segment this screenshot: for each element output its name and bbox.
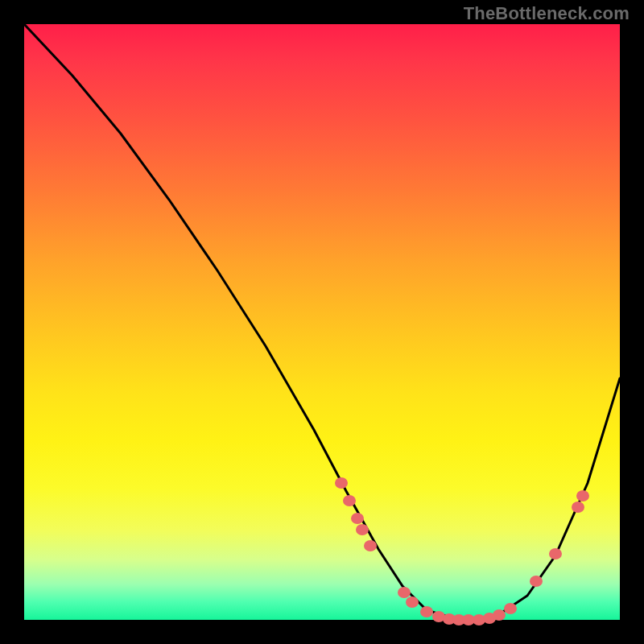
curve-marker bbox=[420, 606, 433, 617]
curve-svg bbox=[24, 24, 620, 620]
curve-marker bbox=[572, 502, 584, 513]
curve-marker bbox=[364, 540, 377, 551]
bottleneck-curve bbox=[24, 24, 620, 620]
curve-marker bbox=[406, 597, 419, 608]
curve-marker bbox=[530, 576, 543, 587]
chart-stage: TheBottleneck.com bbox=[0, 0, 644, 644]
watermark-text: TheBottleneck.com bbox=[464, 3, 630, 24]
curve-marker bbox=[504, 603, 517, 614]
curve-marker bbox=[398, 587, 411, 598]
curve-marker bbox=[549, 548, 562, 559]
curve-marker bbox=[343, 495, 356, 506]
curve-marker bbox=[335, 477, 348, 489]
curve-marker bbox=[356, 524, 369, 535]
curve-markers bbox=[335, 477, 589, 625]
curve-marker bbox=[351, 513, 364, 524]
curve-marker bbox=[576, 490, 589, 502]
curve-marker bbox=[493, 609, 506, 621]
